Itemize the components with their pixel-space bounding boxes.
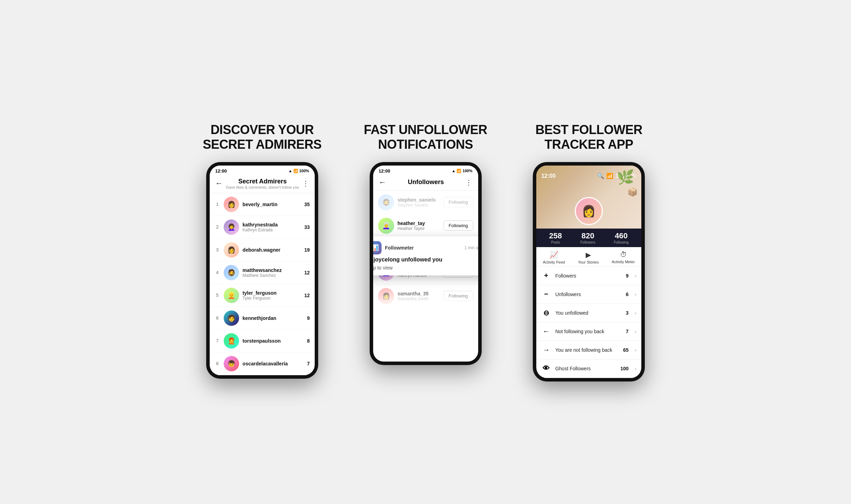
col2-more-button[interactable]: ⋮ — [465, 178, 472, 187]
user-info: deborah.wagner — [243, 247, 301, 253]
username: oscardelacavallería — [243, 361, 304, 366]
wifi-icon: 📶 — [456, 169, 461, 173]
avatar: 🧔 — [224, 265, 239, 280]
username: deborah.wagner — [243, 247, 301, 253]
followers-count: 820 — [580, 231, 595, 240]
user-info: heather_tay Heather Taylor — [398, 220, 440, 231]
metric-count: 100 — [620, 366, 628, 371]
notif-body: @joycelong unfollowed you — [373, 257, 478, 263]
followers-stat: 820 Followers — [580, 231, 595, 244]
avatar: 🧑 — [224, 310, 239, 326]
list-item[interactable]: 🧔 stephen_saniels Stephen Saniels Follow… — [373, 191, 478, 214]
rank: 7 — [215, 338, 220, 343]
battery-icon: 100% — [462, 169, 472, 173]
posts-stat: 258 Posts — [549, 231, 562, 244]
chevron-right-icon: › — [635, 329, 637, 334]
list-item[interactable]: 3 👩 deborah.wagner 19 — [210, 239, 315, 261]
list-item[interactable]: 8 👦 oscardelacavallería 7 — [210, 352, 315, 375]
user-info: stephen_saniels Stephen Saniels — [398, 197, 440, 208]
real-name: Kathryn Estrada — [243, 227, 301, 232]
interaction-count: 33 — [304, 224, 310, 230]
metric-label: Not following you back — [555, 329, 622, 334]
col2-nav-title: Unfollowers — [408, 178, 444, 186]
col2-phone-inner: 12:00 ▲ 📶 100% ← Unfollowers ⋮ — [373, 166, 478, 362]
real-name: Samantha Smith — [398, 296, 440, 301]
tab-activity-meter[interactable]: ⏱ Activity Meter — [612, 251, 635, 264]
col2-time: 12:00 — [379, 168, 390, 174]
user-info: matthewsanchez Matthew Sanchez — [243, 267, 301, 278]
metric-row[interactable]: ⊖ You unfollowed 3 › — [536, 304, 641, 322]
col3-phone: 12:00 🔍 📶 100% ↻ 👩 🌿 📦 — [533, 162, 645, 382]
following-button[interactable]: Following — [444, 291, 473, 301]
following-button[interactable]: Following — [444, 220, 473, 231]
chevron-right-icon: › — [635, 310, 637, 316]
list-item[interactable]: 👩‍🦳 heather_tay Heather Taylor Following — [373, 214, 478, 238]
wifi-icon: 📶 — [293, 169, 298, 173]
interaction-count: 12 — [304, 270, 310, 275]
following-label: Following — [614, 240, 629, 244]
following-count: 460 — [614, 231, 629, 240]
col3-tab-row: 📈 Activity Feed ▶ Your Stories ⏱ Activit… — [536, 247, 641, 267]
list-item[interactable]: 1 👩 beverly_martin 35 — [210, 193, 315, 216]
col3-metrics-list: + Followers 9 › − Unfollowers 6 › ⊖ You … — [536, 267, 641, 378]
wifi-icon: 📶 — [606, 173, 613, 179]
col2-back-button[interactable]: ← — [379, 178, 386, 187]
metric-row[interactable]: ← Not following you back 7 › — [536, 322, 641, 341]
metric-label: Unfollowers — [555, 292, 622, 297]
metric-count: 7 — [626, 329, 629, 334]
col1-back-button[interactable]: ← — [215, 179, 223, 188]
list-item[interactable]: 👩 samantha_35 Samantha Smith Following — [373, 285, 478, 308]
decorative-items: 📦 — [627, 187, 638, 197]
col2-status-bar: 12:00 ▲ 📶 100% — [373, 166, 478, 175]
col2-phone-wrapper: 12:00 ▲ 📶 100% ← Unfollowers ⋮ — [370, 162, 482, 365]
list-item[interactable]: 5 👱 tyler_ferguson Tyler Ferguson 12 — [210, 284, 315, 307]
username: beverly_martin — [243, 202, 301, 207]
tab-activity-meter-label: Activity Meter — [612, 260, 635, 264]
metric-row[interactable]: + Followers 9 › — [536, 267, 641, 285]
col3-phone-wrapper: 12:00 🔍 📶 100% ↻ 👩 🌿 📦 — [533, 162, 645, 382]
col1-nav-bar: ← Secret Admirers Gave likes & comments,… — [210, 175, 315, 193]
metric-row[interactable]: − Unfollowers 6 › — [536, 285, 641, 304]
col2-status-icons: ▲ 📶 100% — [452, 169, 472, 173]
col3-phone-inner: 12:00 🔍 📶 100% ↻ 👩 🌿 📦 — [536, 166, 641, 378]
col1-user-list: 1 👩 beverly_martin 35 2 👩‍🦱 kathrynestra… — [210, 193, 315, 375]
metric-icon-circle-minus: ⊖ — [541, 308, 551, 318]
metric-row[interactable]: 👁 Ghost Followers 100 › — [536, 359, 641, 378]
profile-stats-row: 258 Posts 820 Followers 460 Following — [536, 229, 641, 247]
rank: 5 — [215, 293, 220, 298]
col1-nav-center: Secret Admirers Gave likes & comments, d… — [226, 178, 299, 189]
metric-icon-arrow-left: ← — [541, 327, 551, 336]
metric-count: 3 — [626, 310, 629, 316]
rank: 6 — [215, 315, 220, 321]
chevron-right-icon: › — [635, 273, 637, 279]
username: torstenpaulsson — [243, 338, 304, 344]
metric-label: You unfollowed — [555, 310, 622, 316]
notif-app-icon: 📊 — [373, 241, 382, 254]
avatar: 🧑‍🦰 — [224, 333, 239, 349]
rank: 4 — [215, 270, 220, 275]
interaction-count: 19 — [304, 247, 310, 253]
col1-status-bar: 12:00 ▲ 📶 100% — [210, 166, 315, 175]
user-info: kathrynestrada Kathryn Estrada — [243, 222, 301, 232]
col2-headline: FAST UNFOLLOWER NOTIFICATIONS — [349, 122, 502, 152]
col3-time: 12:00 — [541, 173, 556, 179]
metric-row[interactable]: → You are not following back 65 › — [536, 341, 641, 359]
user-info: tyler_ferguson Tyler Ferguson — [243, 290, 301, 301]
search-icon[interactable]: 🔍 — [597, 173, 604, 179]
list-item[interactable]: 6 🧑 kennethjordan 9 — [210, 307, 315, 330]
list-item[interactable]: 2 👩‍🦱 kathrynestrada Kathryn Estrada 33 — [210, 216, 315, 239]
col1-more-button[interactable]: ⋮ — [302, 179, 309, 188]
list-item[interactable]: 4 🧔 matthewsanchez Matthew Sanchez 12 — [210, 261, 315, 284]
rank: 2 — [215, 224, 220, 230]
tab-activity-feed[interactable]: 📈 Activity Feed — [543, 251, 565, 264]
tab-your-stories[interactable]: ▶ Your Stories — [578, 251, 599, 264]
interaction-count: 35 — [304, 202, 310, 207]
avatar: 👦 — [224, 356, 239, 371]
col1-secret-admirers: DISCOVER YOUR SECRET ADMIRERS 12:00 ▲ 📶 … — [181, 115, 344, 388]
real-name: Matthew Sanchez — [243, 273, 301, 278]
metric-count: 9 — [626, 273, 629, 279]
list-item[interactable]: 7 🧑‍🦰 torstenpaulsson 8 — [210, 330, 315, 352]
notification-popup[interactable]: 📊 Followmeter 1 min ago @joycelong unfol… — [373, 236, 478, 275]
following-button[interactable]: Following — [444, 197, 473, 207]
battery-icon: 100% — [299, 169, 309, 173]
